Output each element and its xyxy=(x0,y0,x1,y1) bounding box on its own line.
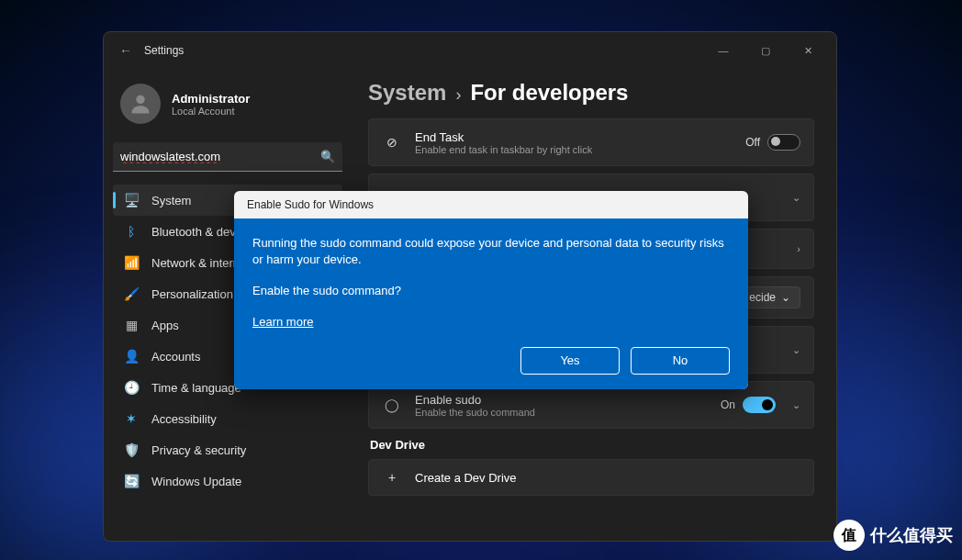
sidebar-item-label: Personalization xyxy=(151,287,233,301)
sidebar-item-label: Accounts xyxy=(151,350,200,364)
brush-icon: 🖌️ xyxy=(122,285,140,303)
watermark: 值 什么值得买 xyxy=(833,520,953,551)
enable-sudo-dialog: Enable Sudo for Windows Running the sudo… xyxy=(234,191,748,389)
bluetooth-icon: ᛒ xyxy=(122,222,140,241)
learn-more-link[interactable]: Learn more xyxy=(252,315,313,329)
search-input[interactable] xyxy=(120,150,320,163)
section-title-dev-drive: Dev Drive xyxy=(370,438,814,452)
accessibility-icon: ✶ xyxy=(122,409,140,428)
search-box[interactable]: 🔍 xyxy=(113,142,342,172)
card-title: Create a Dev Drive xyxy=(415,471,800,485)
dialog-question-text: Enable the sudo command? xyxy=(252,283,730,299)
sidebar-item-windows-update[interactable]: 🔄Windows Update xyxy=(113,465,342,497)
svg-point-0 xyxy=(136,95,144,104)
card-title: End Task xyxy=(415,130,745,144)
card-desc: Enable end task in taskbar by right clic… xyxy=(415,144,745,155)
breadcrumb-root[interactable]: System xyxy=(368,80,446,106)
no-entry-icon: ⊘ xyxy=(382,135,402,150)
shield-outline-icon: ◯ xyxy=(382,398,402,412)
back-button[interactable]: ← xyxy=(111,36,140,65)
no-button[interactable]: No xyxy=(631,347,730,375)
yes-button[interactable]: Yes xyxy=(520,347,620,375)
titlebar: ← Settings — ▢ ✕ xyxy=(104,32,836,69)
avatar xyxy=(120,84,161,124)
toggle-label: On xyxy=(721,398,735,411)
user-name: Administrator xyxy=(172,92,250,106)
card-title: Enable sudo xyxy=(415,393,721,407)
sidebar-item-label: Privacy & security xyxy=(151,443,246,457)
window-title: Settings xyxy=(144,44,184,57)
sidebar-item-label: System xyxy=(151,194,191,207)
maximize-button[interactable]: ▢ xyxy=(744,36,787,65)
update-icon: 🔄 xyxy=(122,472,140,490)
search-icon: 🔍 xyxy=(320,150,335,163)
chevron-down-icon: ⌄ xyxy=(792,192,800,204)
minimize-button[interactable]: — xyxy=(702,36,744,65)
chevron-down-icon: ⌄ xyxy=(781,291,790,304)
end-task-toggle[interactable] xyxy=(767,134,800,151)
terminal-dropdown[interactable]: ecide⌄ xyxy=(739,286,800,308)
chevron-down-icon: ⌄ xyxy=(792,344,800,356)
chevron-down-icon: ⌄ xyxy=(792,399,800,411)
sidebar-item-privacy[interactable]: 🛡️Privacy & security xyxy=(113,434,342,465)
dialog-warning-text: Running the sudo command could expose yo… xyxy=(252,235,730,268)
sidebar-item-label: Windows Update xyxy=(151,475,241,488)
sudo-toggle[interactable] xyxy=(743,397,776,413)
shield-icon: 🛡️ xyxy=(122,441,140,459)
watermark-text: 什么值得买 xyxy=(870,524,953,546)
close-button[interactable]: ✕ xyxy=(787,36,829,65)
watermark-badge-icon: 值 xyxy=(833,520,865,551)
page-title: For developers xyxy=(470,80,628,106)
plus-icon: + xyxy=(382,470,402,485)
chevron-right-icon: › xyxy=(455,85,461,105)
card-end-task[interactable]: ⊘ End Task Enable end task in taskbar by… xyxy=(368,118,814,166)
user-account-row[interactable]: Administrator Local Account xyxy=(113,76,342,131)
dialog-title: Enable Sudo for Windows xyxy=(234,191,748,218)
breadcrumb: System › For developers xyxy=(368,80,814,106)
person-icon: 👤 xyxy=(122,347,140,365)
wifi-icon: 📶 xyxy=(122,253,140,272)
card-create-dev-drive[interactable]: + Create a Dev Drive xyxy=(368,459,814,496)
chevron-right-icon: › xyxy=(797,243,800,254)
system-icon: 🖥️ xyxy=(122,191,140,209)
toggle-label: Off xyxy=(745,136,760,149)
sidebar-item-label: Apps xyxy=(151,319,179,332)
apps-icon: ▦ xyxy=(122,316,140,334)
user-subtitle: Local Account xyxy=(172,106,250,117)
sidebar-item-label: Accessibility xyxy=(151,412,217,426)
clock-icon: 🕘 xyxy=(122,378,140,397)
sidebar-item-label: Time & language xyxy=(151,381,241,395)
card-desc: Enable the sudo command xyxy=(415,407,721,418)
sidebar-item-accessibility[interactable]: ✶Accessibility xyxy=(113,403,342,434)
